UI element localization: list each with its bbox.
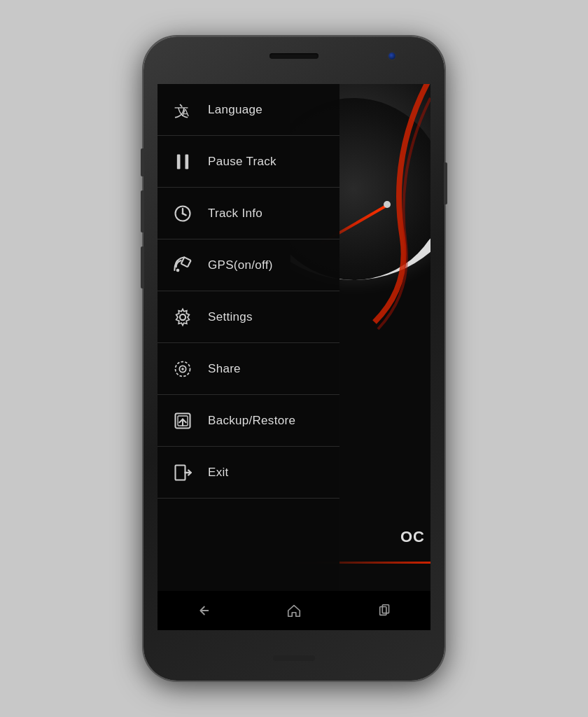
svg-rect-20 bbox=[176, 465, 186, 480]
phone-body: OC 文 A Language bbox=[144, 36, 444, 681]
camera-button[interactable] bbox=[141, 246, 144, 288]
menu-item-exit[interactable]: Exit bbox=[158, 447, 340, 499]
svg-rect-22 bbox=[380, 607, 386, 615]
svg-text:A: A bbox=[182, 106, 190, 118]
svg-line-9 bbox=[184, 257, 190, 260]
menu-item-share[interactable]: Share bbox=[158, 343, 340, 395]
svg-line-11 bbox=[181, 263, 188, 267]
backup-icon bbox=[169, 407, 197, 435]
exit-icon bbox=[169, 459, 197, 487]
recents-button[interactable] bbox=[364, 597, 406, 625]
svg-rect-3 bbox=[186, 154, 189, 169]
exit-label: Exit bbox=[208, 466, 229, 480]
volume-down-button[interactable] bbox=[141, 190, 144, 232]
track-info-label: Track Info bbox=[208, 207, 262, 221]
home-icon bbox=[286, 603, 302, 618]
menu-item-backup-restore[interactable]: Backup/Restore bbox=[158, 395, 340, 447]
backup-restore-label: Backup/Restore bbox=[208, 414, 295, 428]
pause-track-label: Pause Track bbox=[208, 155, 276, 169]
recents-icon bbox=[377, 603, 393, 618]
back-button[interactable] bbox=[182, 597, 224, 625]
home-button[interactable] bbox=[273, 597, 315, 625]
menu-panel: 文 A Language Pause Track bbox=[158, 84, 340, 630]
menu-item-settings[interactable]: Settings bbox=[158, 291, 340, 343]
volume-up-button[interactable] bbox=[141, 148, 144, 176]
back-icon bbox=[195, 603, 211, 618]
clock-icon bbox=[169, 200, 197, 228]
share-label: Share bbox=[208, 362, 241, 376]
phone-frame: OC 文 A Language bbox=[144, 36, 444, 681]
satellite-icon bbox=[169, 251, 197, 279]
menu-item-track-info[interactable]: Track Info bbox=[158, 188, 340, 239]
needle-pivot bbox=[384, 201, 391, 208]
svg-rect-2 bbox=[177, 154, 181, 169]
svg-point-8 bbox=[176, 268, 180, 272]
gear-icon bbox=[169, 303, 197, 331]
svg-point-13 bbox=[180, 314, 186, 319]
speed-display: OC bbox=[400, 528, 425, 546]
navigation-bar bbox=[158, 591, 430, 630]
pause-icon bbox=[169, 148, 197, 176]
svg-point-16 bbox=[181, 368, 184, 370]
phone-bottom-button bbox=[273, 655, 315, 661]
menu-item-language[interactable]: 文 A Language bbox=[158, 84, 340, 136]
share-icon bbox=[169, 355, 197, 383]
gps-label: GPS(on/off) bbox=[208, 258, 273, 272]
screen: OC 文 A Language bbox=[158, 84, 430, 630]
front-camera bbox=[388, 53, 396, 60]
phone-bottom-bar bbox=[144, 648, 444, 668]
language-label: Language bbox=[208, 103, 262, 117]
phone-speaker bbox=[270, 53, 318, 59]
svg-rect-23 bbox=[382, 605, 388, 613]
phone-top-bar bbox=[144, 46, 444, 66]
svg-line-10 bbox=[188, 260, 191, 267]
menu-item-pause-track[interactable]: Pause Track bbox=[158, 136, 340, 188]
power-button[interactable] bbox=[444, 162, 447, 204]
svg-point-7 bbox=[182, 212, 184, 214]
menu-item-gps[interactable]: GPS(on/off) bbox=[158, 239, 340, 291]
settings-label: Settings bbox=[208, 310, 253, 324]
translate-icon: 文 A bbox=[169, 96, 197, 124]
